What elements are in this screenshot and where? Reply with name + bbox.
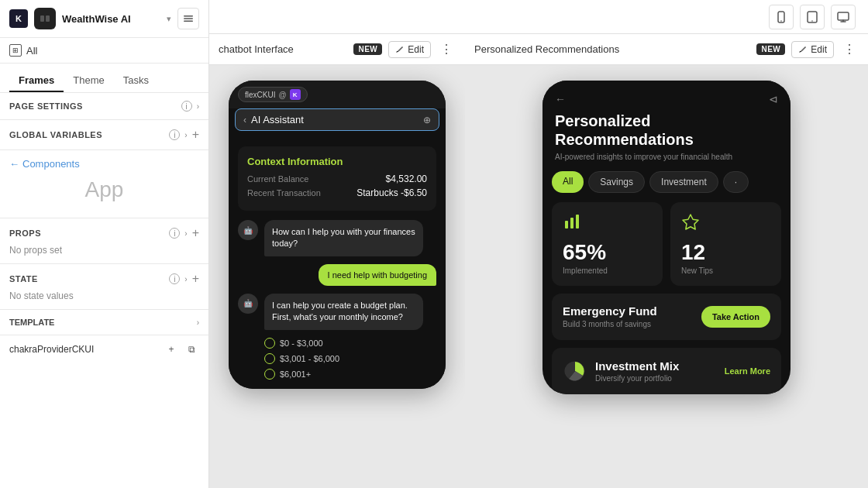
k-logo: K — [9, 9, 28, 28]
tab-frames[interactable]: Frames — [9, 70, 64, 92]
state-arrow: › — [184, 275, 187, 284]
svg-rect-3 — [184, 18, 193, 19]
chatbot-edit-btn[interactable]: Edit — [388, 41, 431, 58]
page-settings-header[interactable]: PAGE SETTINGS i › — [9, 101, 199, 112]
rec-tab-more[interactable]: · — [723, 171, 749, 193]
sidebar-tabs: Frames Theme Tasks — [0, 64, 208, 93]
rec-heading-line1: Personalized Recommendations — [555, 112, 778, 149]
rec-frame-title: Personalized Recommendations — [474, 43, 750, 55]
chatbot-phone: flexCKUI @ K ‹ AI Assistant ⊕ — [229, 81, 446, 389]
sidebar-toggle-btn[interactable] — [177, 8, 199, 29]
global-variables-header[interactable]: GLOBAL VARIABLES i › + — [9, 128, 199, 142]
bot-bubble-1: How can I help you with your finances to… — [264, 220, 423, 256]
emergency-title: Emergency Fund — [563, 304, 694, 318]
sidebar: K WealthWise AI ▾ ⊞ All Frames Theme Tas… — [0, 0, 209, 488]
balance-label: Current Balance — [247, 174, 309, 184]
state-header[interactable]: STATE i › + — [9, 272, 199, 286]
rec-more-btn[interactable]: ⋮ — [840, 40, 859, 59]
svg-rect-4 — [184, 21, 193, 22]
context-info-section: Context Information Current Balance $4,5… — [238, 146, 436, 211]
emergency-action-btn[interactable]: Take Action — [701, 306, 770, 328]
rec-tab-investment[interactable]: Investment — [649, 171, 718, 193]
user-bubble-1: I need help with budgeting — [319, 264, 436, 286]
emergency-info: Emergency Fund Build 3 months of savings — [563, 304, 694, 329]
no-props-text: No props set — [9, 245, 199, 256]
chatbot-badge: NEW — [353, 43, 382, 55]
chatbot-frame-content: flexCKUI @ K ‹ AI Assistant ⊕ — [209, 65, 465, 488]
rec-back-row: ← ⊲ — [555, 93, 778, 105]
props-section: PROPS i › + No props set — [0, 218, 208, 264]
global-variables-add[interactable]: + — [192, 128, 199, 142]
mix-title: Investment Mix — [595, 359, 717, 373]
rec-tab-all[interactable]: All — [552, 171, 584, 193]
rec-frame-content: ← ⊲ Personalized Recommendations AI-powe… — [465, 65, 868, 488]
option-2[interactable]: $3,001 - $6,000 — [264, 353, 436, 364]
app-component-label: App — [9, 177, 199, 202]
chat-messages: 🤖 How can I help you with your finances … — [238, 220, 436, 380]
rec-stat-row: 65% Implemented 12 New Tips — [552, 202, 781, 286]
option-3[interactable]: $6,001+ — [264, 369, 436, 380]
chakra-actions: + ⧉ — [164, 342, 199, 357]
balance-value: $4,532.00 — [386, 174, 427, 184]
page-settings-label: PAGE SETTINGS — [9, 101, 177, 111]
rec-phone: ← ⊲ Personalized Recommendations AI-powe… — [542, 81, 790, 394]
tab-tasks[interactable]: Tasks — [114, 70, 158, 92]
pie-chart-icon — [563, 359, 587, 383]
title-dropdown-arrow[interactable]: ▾ — [167, 14, 171, 24]
option-1-radio[interactable] — [264, 338, 275, 349]
rec-edit-btn[interactable]: Edit — [791, 41, 834, 58]
components-section: ← Components App — [0, 150, 208, 218]
stat-implemented-value: 65% — [563, 240, 606, 265]
desktop-device-btn[interactable] — [831, 5, 856, 29]
all-section: ⊞ All — [0, 38, 208, 64]
assistant-title: AI Assistant — [251, 114, 418, 125]
global-variables-label: GLOBAL VARIABLES — [9, 130, 164, 139]
props-header[interactable]: PROPS i › + — [9, 226, 199, 240]
option-3-radio[interactable] — [264, 369, 275, 380]
option-1[interactable]: $0 - $3,000 — [264, 338, 436, 349]
all-label: All — [26, 45, 37, 57]
tab-theme[interactable]: Theme — [64, 70, 113, 92]
props-info: i — [169, 228, 180, 239]
props-label: PROPS — [9, 229, 164, 238]
global-variables-info: i — [169, 129, 180, 140]
chakra-add-btn[interactable]: + — [164, 342, 179, 357]
sidebar-header: K WealthWise AI ▾ — [0, 0, 208, 38]
recommendations-frame-panel: Personalized Recommendations NEW Edit ⋮ … — [465, 34, 868, 488]
svg-rect-1 — [46, 15, 50, 22]
topbar — [209, 0, 868, 34]
phone-back-icon[interactable]: ‹ — [243, 115, 246, 125]
state-add[interactable]: + — [192, 272, 199, 286]
props-add[interactable]: + — [192, 226, 199, 240]
phone-search-bar: ‹ AI Assistant ⊕ — [235, 108, 439, 131]
investment-mix-card: Investment Mix Diversify your portfolio … — [552, 348, 781, 394]
option-2-radio[interactable] — [264, 353, 275, 364]
rec-filter-icon[interactable]: ⊲ — [769, 93, 778, 105]
chakra-copy-btn[interactable]: ⧉ — [184, 342, 199, 357]
bar-chart-icon — [563, 213, 581, 235]
mix-desc: Diversify your portfolio — [595, 374, 717, 383]
chatbot-more-btn[interactable]: ⋮ — [437, 40, 456, 59]
rec-back-icon[interactable]: ← — [555, 93, 566, 105]
svg-rect-12 — [576, 215, 579, 229]
template-section: TEMPLATE › — [0, 310, 208, 335]
all-button[interactable]: ⊞ All — [9, 44, 199, 57]
global-variables-section: GLOBAL VARIABLES i › + — [0, 120, 208, 150]
mix-info: Investment Mix Diversify your portfolio — [595, 359, 717, 383]
rec-tab-savings[interactable]: Savings — [588, 171, 645, 193]
option-1-label: $0 - $3,000 — [280, 339, 323, 348]
assistant-settings-icon[interactable]: ⊕ — [423, 115, 431, 125]
mix-learn-btn[interactable]: Learn More — [725, 366, 770, 376]
svg-rect-2 — [184, 15, 193, 17]
bot-avatar: 🤖 — [238, 220, 258, 240]
tablet-device-btn[interactable] — [800, 5, 825, 29]
template-header[interactable]: TEMPLATE › — [9, 318, 199, 327]
stat-implemented-label: Implemented — [563, 266, 608, 275]
mobile-device-btn[interactable] — [769, 5, 794, 29]
chakra-provider-section: chakraProviderCKUI + ⧉ — [0, 335, 208, 363]
flexckui-label: flexCKUI — [245, 91, 275, 99]
bot-bubble-2: I can help you create a budget plan. Fir… — [264, 294, 423, 330]
rec-subtitle: AI-powered insights to improve your fina… — [555, 152, 778, 162]
components-back-btn[interactable]: ← Components — [9, 158, 199, 170]
at-symbol: @ — [278, 91, 286, 99]
